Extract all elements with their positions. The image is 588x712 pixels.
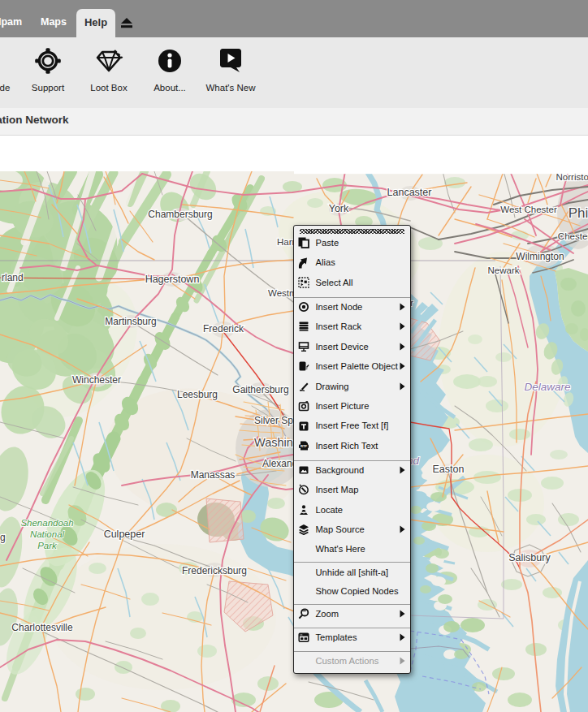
svg-text:Martinsburg: Martinsburg [105, 316, 156, 327]
svg-text:Frederick: Frederick [203, 323, 244, 334]
svg-text:RTF: RTF [300, 444, 308, 448]
svg-text:rland: rland [2, 272, 24, 283]
svg-text:g: g [0, 532, 6, 543]
svg-text:Wilmington: Wilmington [516, 251, 564, 262]
svg-text:Leesburg: Leesburg [177, 389, 218, 400]
svg-text:National: National [30, 529, 65, 539]
svg-text:Winchester: Winchester [72, 374, 121, 386]
svg-text:Culpeper: Culpeper [104, 529, 145, 540]
svg-text:Park: Park [37, 541, 58, 550]
svg-text:West Chester: West Chester [500, 205, 557, 214]
svg-text:Philadelphia: Philadelphia [569, 205, 588, 221]
svg-text:Hagerstown: Hagerstown [145, 274, 200, 285]
svg-text:Charlottesville: Charlottesville [11, 622, 73, 633]
svg-text:Chester: Chester [558, 231, 588, 241]
svg-text:Newark: Newark [488, 265, 520, 275]
svg-text:Shenandoah: Shenandoah [20, 518, 73, 528]
svg-text:Fredericksburg: Fredericksburg [182, 565, 247, 576]
svg-text:Chambersburg: Chambersburg [148, 209, 212, 220]
svg-text:Easton: Easton [433, 464, 465, 475]
svg-text:Delaware: Delaware [524, 381, 570, 393]
svg-text:Salisbury: Salisbury [508, 552, 551, 563]
svg-text:York: York [329, 203, 349, 214]
svg-text:Gaithersburg: Gaithersburg [232, 384, 288, 395]
svg-text:Lancaster: Lancaster [387, 187, 432, 198]
svg-text:Manassas: Manassas [191, 469, 236, 481]
